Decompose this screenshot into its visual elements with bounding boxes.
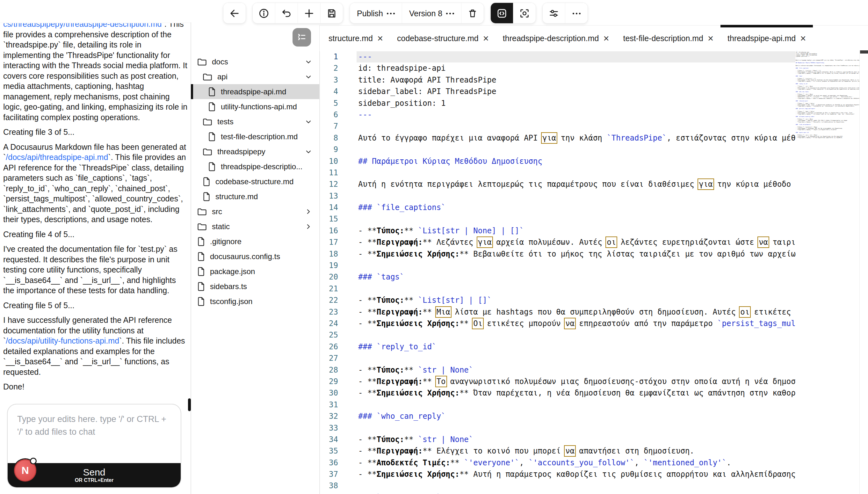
- tab-test-file-description-md[interactable]: test-file-description.md×: [616, 25, 721, 51]
- code-line-9[interactable]: 9: [320, 144, 860, 155]
- code-line-32[interactable]: 32### `who_can_reply`: [320, 411, 860, 422]
- chevron-down-icon[interactable]: [305, 148, 312, 155]
- code-line-35[interactable]: 35- **Περιγραφή:** Ελέγχει το κοινό που …: [320, 445, 860, 457]
- code-line-39[interactable]: 39### `chained_post`: [320, 492, 860, 494]
- tree-item-threadspipe-api-md[interactable]: threadspipe-api.md: [191, 84, 319, 99]
- tab-threadspipe-description-md[interactable]: threadspipe-description.md×: [496, 25, 616, 51]
- code-line-27[interactable]: 27: [320, 353, 860, 364]
- code-line-4[interactable]: 4sidebar_label: API ThreadsPipe: [320, 86, 860, 97]
- code-line-22[interactable]: 22- **Τύπος:** `List[str] | []`: [320, 294, 860, 306]
- close-icon[interactable]: ×: [483, 34, 489, 43]
- tree-item-docusaurus-config-ts[interactable]: docusaurus.config.ts: [191, 249, 319, 264]
- editor-scrollbar-thumb[interactable]: [860, 50, 868, 54]
- chevron-down-icon[interactable]: [305, 118, 312, 126]
- explorer-toggle-button[interactable]: [292, 28, 311, 46]
- code-line-26[interactable]: 26### `reply_to_id`: [320, 341, 860, 353]
- chat-link[interactable]: /docs/api/threadspipe-api.md: [6, 153, 108, 162]
- tree-item-package-json[interactable]: package.json: [191, 264, 319, 279]
- tree-item-structure-md[interactable]: structure.md: [191, 189, 319, 204]
- chevron-right-icon[interactable]: [305, 208, 312, 215]
- chevron-down-icon[interactable]: [305, 58, 312, 66]
- tree-item-tsconfig-json[interactable]: tsconfig.json: [191, 294, 319, 309]
- scan-button[interactable]: [513, 3, 536, 24]
- code-line-5[interactable]: 5sidebar_position: 1: [320, 97, 860, 109]
- code-line-34[interactable]: 34- **Τύπος:** `str | None`: [320, 434, 860, 445]
- close-icon[interactable]: ×: [800, 34, 806, 43]
- tree-item-static[interactable]: static: [191, 219, 319, 234]
- publish-more-icon[interactable]: [387, 13, 395, 14]
- code-line-30[interactable]: 30- **Σημειώσεις Χρήσης:** Όταν παρέχετα…: [320, 387, 860, 399]
- sliders-button[interactable]: [543, 3, 565, 24]
- add-button[interactable]: [297, 3, 320, 24]
- code-line-37[interactable]: 37- **Σημειώσεις Χρήσης:** Αυτή η παράμε…: [320, 469, 860, 480]
- tab-codebase-structure-md[interactable]: codebase-structure.md×: [390, 25, 496, 51]
- code-line-17[interactable]: 17- **Περιγραφή:** Λεζάντες για αρχεία π…: [320, 236, 860, 248]
- tree-item-utility-functions-api-md[interactable]: utility-functions-api.md: [191, 99, 319, 114]
- save-button[interactable]: [320, 3, 343, 24]
- close-icon[interactable]: ×: [708, 34, 713, 43]
- code-line-6[interactable]: 6---: [320, 109, 860, 120]
- code-line-28[interactable]: 28- **Τύπος:** `str | None`: [320, 364, 860, 376]
- code-line-24[interactable]: 24- **Σημειώσεις Χρήσης:** Οι ετικέτες μ…: [320, 318, 860, 329]
- code-line-12[interactable]: 12Αυτή η ενότητα περιγράφει λεπτομερώς τ…: [320, 178, 860, 190]
- delete-button[interactable]: [461, 3, 484, 24]
- minimap-line: - **Σημειώσεις Χρήσης:** Λειτουργεί μαζί…: [796, 113, 860, 115]
- tree-item-docs[interactable]: docs: [191, 54, 319, 69]
- tree-item-threadspipepy[interactable]: threadspipepy: [191, 144, 319, 159]
- undo-button[interactable]: [275, 3, 297, 24]
- code-line-23[interactable]: 23- **Περιγραφή:** Μια λίστα με hashtags…: [320, 306, 860, 318]
- tab-structure-md[interactable]: structure.md×: [322, 25, 390, 51]
- code-line-38[interactable]: 38: [320, 480, 860, 491]
- tree-item-sidebars-ts[interactable]: sidebars.ts: [191, 279, 319, 294]
- code-line-18[interactable]: 18- **Σημειώσεις Χρήσης:** Βεβαιωθείτε ό…: [320, 248, 860, 260]
- publish-button[interactable]: Publish: [350, 3, 402, 24]
- code-editor[interactable]: 1---2id: threadspipe-api3title: Αναφορά …: [320, 51, 860, 494]
- tree-item--gitignore[interactable]: .gitignore: [191, 234, 319, 249]
- code-line-2[interactable]: 2id: threadspipe-api: [320, 62, 860, 74]
- code-line-21[interactable]: 21: [320, 283, 860, 294]
- code-line-31[interactable]: 31: [320, 399, 860, 411]
- code-line-15[interactable]: 15: [320, 213, 860, 225]
- info-button[interactable]: [253, 3, 275, 24]
- tab-threadspipe-api-md[interactable]: threadspipe-api.md×: [720, 25, 813, 51]
- code-line-8[interactable]: 8Αυτό το έγγραφο παρέχει μια αναφορά API…: [320, 132, 860, 144]
- version-button[interactable]: Version 8: [402, 3, 461, 24]
- code-line-13[interactable]: 13: [320, 190, 860, 202]
- code-line-19[interactable]: 19: [320, 260, 860, 271]
- code-view-button[interactable]: [491, 3, 513, 24]
- tree-item-test-file-description-md[interactable]: test-file-description.md: [191, 129, 319, 144]
- avatar[interactable]: N: [14, 459, 36, 481]
- close-icon[interactable]: ×: [377, 34, 383, 43]
- code-line-3[interactable]: 3title: Αναφορά API ThreadsPipe: [320, 74, 860, 86]
- code-line-10[interactable]: 10## Παράμετροι Κύριας Μεθόδου Δημοσίευσ…: [320, 155, 860, 167]
- code-line-36[interactable]: 36- **Αποδεκτές Τιμές:** `'everyone'`, `…: [320, 457, 860, 469]
- minimap-line: - **Σημειώσεις Χρήσης:** Η νέα δημοσίευσ…: [796, 137, 860, 138]
- code-line-25[interactable]: 25: [320, 329, 860, 341]
- version-more-icon[interactable]: [446, 13, 454, 14]
- code-line-11[interactable]: 11: [320, 167, 860, 178]
- code-line-16[interactable]: 16- **Τύπος:** `List[str | None] | []`: [320, 225, 860, 236]
- text-segment: ,: [519, 458, 529, 467]
- chat-link[interactable]: /docs/api/utility-functions-api.md: [6, 336, 119, 345]
- code-line-14[interactable]: 14### `file_captions`: [320, 202, 860, 213]
- editor-minimap[interactable]: ---id: threadspipe-apititle: Αναφορά API…: [796, 50, 860, 494]
- code-line-1[interactable]: 1---: [320, 51, 860, 62]
- editor-scrollbar-track[interactable]: [860, 50, 868, 494]
- tree-item-tests[interactable]: tests: [191, 114, 319, 129]
- tree-item-api[interactable]: api: [191, 69, 319, 84]
- tree-item-threadspipe-descriptio-[interactable]: threadspipe-descriptio...: [191, 159, 319, 174]
- more-button[interactable]: [565, 3, 587, 24]
- code-line-7[interactable]: 7: [320, 120, 860, 132]
- back-button[interactable]: [224, 3, 246, 24]
- close-icon[interactable]: ×: [603, 34, 609, 43]
- chevron-right-icon[interactable]: [305, 223, 312, 230]
- chat-scrollbar-thumb[interactable]: [188, 398, 191, 411]
- chat-link[interactable]: cs/threadspipepy/threadspipe-description…: [3, 23, 162, 28]
- tree-item-codebase-structure-md[interactable]: codebase-structure.md: [191, 174, 319, 189]
- code-line-33[interactable]: 33: [320, 422, 860, 434]
- chevron-down-icon[interactable]: [305, 73, 312, 81]
- code-line-20[interactable]: 20### `tags`: [320, 271, 860, 283]
- tree-item-src[interactable]: src: [191, 204, 319, 219]
- code-line-29[interactable]: 29- **Περιγραφή:** Το αναγνωριστικό πολυ…: [320, 376, 860, 387]
- text-segment: `str | None`: [418, 435, 473, 444]
